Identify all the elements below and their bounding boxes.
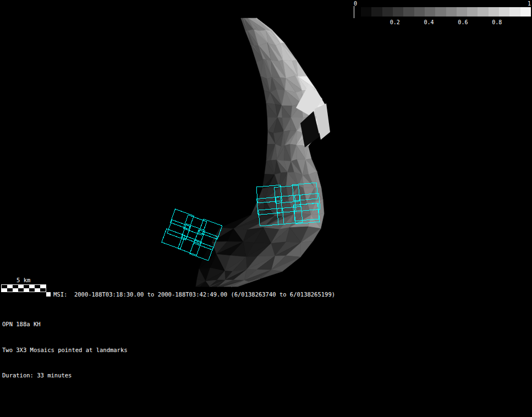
scalebar	[1, 284, 46, 292]
colorbar-min-label: 0	[354, 1, 357, 6]
colorbar-max-label: 1	[528, 1, 531, 6]
msi-legend-swatch	[46, 292, 51, 297]
colorbar-gradient	[361, 7, 531, 17]
duration-text: Duration: 33 minutes	[2, 371, 128, 380]
colorbar-ticks: 0.2 0.4 0.6 0.8	[361, 19, 531, 26]
annotations: OPN 188a KH Two 3X3 Mosaics pointed at l…	[2, 303, 128, 397]
colorbar-range-labels: 0 1	[354, 1, 531, 6]
opnav-id: OPN 188a KH	[2, 320, 128, 329]
colorbar: 0 1 0.2 0.4 0.6 0.8	[354, 1, 531, 26]
colorbar-tick-label: 0.4	[424, 19, 434, 25]
asteroid-mesh	[196, 18, 326, 287]
colorbar-tick-label: 0.6	[458, 19, 468, 25]
colorbar-tick-label: 0.8	[492, 19, 502, 25]
scalebar-label: 5 km	[17, 277, 30, 283]
viewport: 0 1 0.2 0.4 0.6 0.8 5 km MSI: 2000-188T0…	[0, 0, 532, 417]
colorbar-tick-label: 0.2	[390, 19, 400, 25]
msi-observation-text: MSI: 2000-188T03:18:30.00 to 2000-188T03…	[53, 291, 335, 298]
mosaic-description: Two 3X3 Mosaics pointed at landmarks	[2, 346, 128, 355]
